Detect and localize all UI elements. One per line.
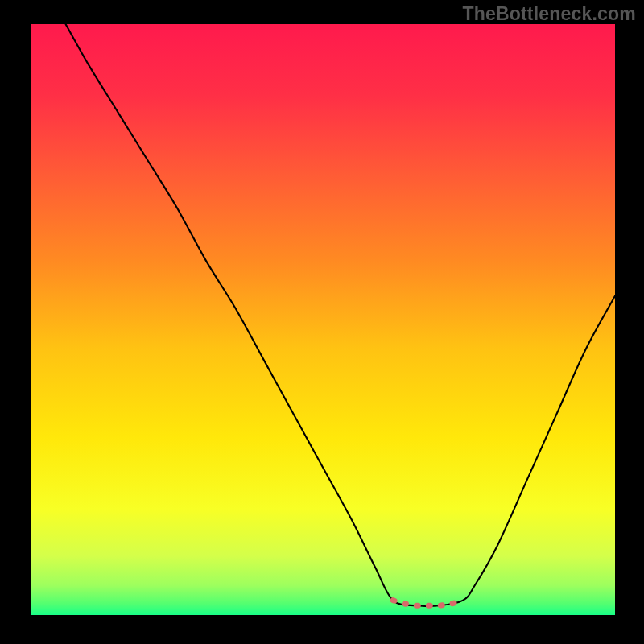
- plot-area: [31, 24, 615, 615]
- curve-overlay: [31, 24, 615, 615]
- bottleneck-curve: [66, 24, 615, 606]
- watermark-text: TheBottleneck.com: [462, 3, 636, 25]
- chart-stage: TheBottleneck.com: [0, 0, 644, 644]
- valley-dots: [393, 601, 463, 606]
